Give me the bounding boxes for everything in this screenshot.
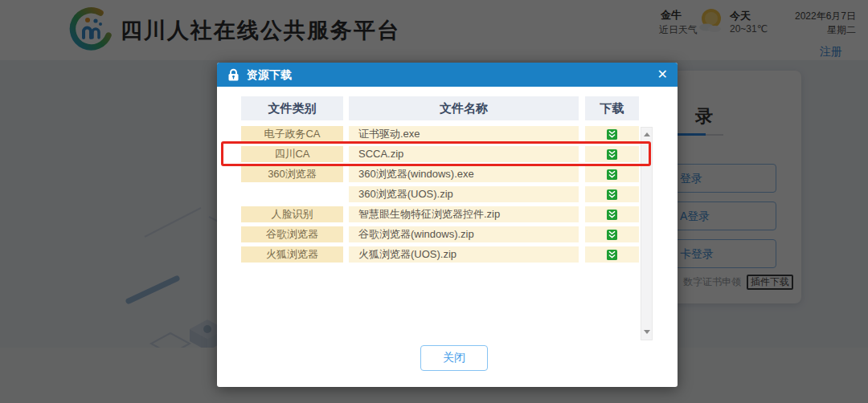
table-row: 四川CASCCA.zip bbox=[241, 146, 639, 162]
download-icon bbox=[607, 210, 617, 220]
download-button[interactable] bbox=[585, 206, 639, 222]
resource-download-modal: 资源下载 ✕ 文件类别 文件名称 下载 电子政务CA证书驱动.exe四川CASC… bbox=[217, 63, 678, 387]
file-name-cell: 360浏览器(windows).exe bbox=[349, 166, 579, 182]
download-icon bbox=[607, 230, 617, 240]
close-icon[interactable]: ✕ bbox=[657, 63, 668, 87]
scrollbar-down-icon[interactable] bbox=[641, 327, 652, 338]
download-table-header: 文件类别 文件名称 下载 bbox=[241, 96, 639, 120]
download-button[interactable] bbox=[585, 246, 639, 263]
table-row: 火狐浏览器火狐浏览器(UOS).zip bbox=[241, 246, 639, 263]
file-name-cell: 火狐浏览器(UOS).zip bbox=[349, 246, 579, 263]
download-icon bbox=[607, 129, 617, 140]
table-row: 电子政务CA证书驱动.exe bbox=[241, 126, 639, 142]
download-icon bbox=[607, 149, 617, 160]
download-icon bbox=[607, 169, 617, 180]
table-row: 360浏览器360浏览器(windows).exe bbox=[241, 166, 639, 182]
column-header-filename: 文件名称 bbox=[349, 96, 579, 120]
file-name-cell: SCCA.zip bbox=[349, 146, 579, 162]
file-category-cell bbox=[241, 186, 343, 202]
close-button[interactable]: 关闭 bbox=[420, 345, 488, 371]
file-category-cell: 四川CA bbox=[241, 146, 343, 162]
table-row: 谷歌浏览器谷歌浏览器(windows).zip bbox=[241, 226, 639, 242]
table-row: 360浏览器(UOS).zip bbox=[241, 186, 639, 202]
file-category-cell: 电子政务CA bbox=[241, 126, 343, 142]
file-name-cell: 360浏览器(UOS).zip bbox=[349, 186, 579, 202]
download-button[interactable] bbox=[585, 126, 639, 142]
table-row: 人脸识别智慧眼生物特征浏览器控件.zip bbox=[241, 206, 639, 222]
download-button[interactable] bbox=[585, 186, 639, 202]
download-icon bbox=[607, 189, 617, 200]
download-icon bbox=[607, 250, 617, 260]
column-header-download: 下载 bbox=[585, 96, 639, 120]
file-category-cell: 360浏览器 bbox=[241, 166, 343, 182]
download-button[interactable] bbox=[585, 166, 639, 182]
modal-header: 资源下载 ✕ bbox=[217, 63, 678, 87]
file-category-cell: 谷歌浏览器 bbox=[241, 226, 343, 242]
download-table-body: 电子政务CA证书驱动.exe四川CASCCA.zip360浏览器360浏览器(w… bbox=[241, 126, 639, 267]
file-category-cell: 火狐浏览器 bbox=[241, 246, 343, 263]
download-button[interactable] bbox=[585, 146, 639, 162]
file-name-cell: 证书驱动.exe bbox=[349, 126, 579, 142]
column-header-category: 文件类别 bbox=[241, 96, 343, 120]
scrollbar-up-icon[interactable] bbox=[641, 129, 652, 140]
download-button[interactable] bbox=[585, 226, 639, 242]
file-category-cell: 人脸识别 bbox=[241, 206, 343, 222]
file-name-cell: 谷歌浏览器(windows).zip bbox=[349, 226, 579, 242]
modal-title: 资源下载 bbox=[247, 63, 292, 87]
file-name-cell: 智慧眼生物特征浏览器控件.zip bbox=[349, 206, 579, 222]
lock-icon bbox=[227, 68, 240, 82]
scrollbar[interactable] bbox=[641, 127, 653, 340]
